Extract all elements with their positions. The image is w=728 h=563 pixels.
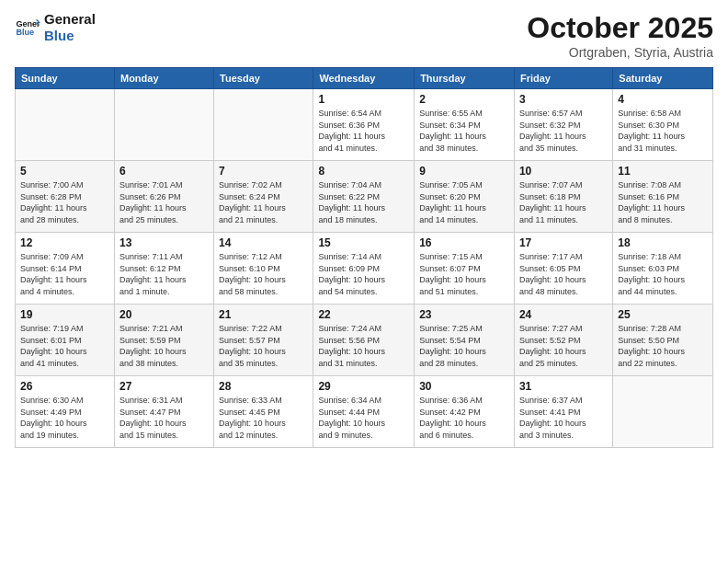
day-number: 27 <box>119 380 209 393</box>
weekday-header-tuesday: Tuesday <box>214 68 313 89</box>
calendar-cell: 14Sunrise: 7:12 AM Sunset: 6:10 PM Dayli… <box>214 233 313 304</box>
day-number: 14 <box>219 236 308 249</box>
calendar-cell: 26Sunrise: 6:30 AM Sunset: 4:49 PM Dayli… <box>16 376 115 448</box>
calendar-cell: 2Sunrise: 6:55 AM Sunset: 6:34 PM Daylig… <box>415 89 515 161</box>
day-info: Sunrise: 7:07 AM Sunset: 6:18 PM Dayligh… <box>519 179 608 225</box>
weekday-header-thursday: Thursday <box>415 68 515 89</box>
logo-blue: Blue <box>44 28 96 44</box>
calendar-cell: 10Sunrise: 7:07 AM Sunset: 6:18 PM Dayli… <box>514 161 612 233</box>
day-info: Sunrise: 6:54 AM Sunset: 6:36 PM Dayligh… <box>318 108 409 154</box>
day-number: 5 <box>20 165 109 178</box>
day-number: 10 <box>519 165 608 178</box>
week-row-5: 26Sunrise: 6:30 AM Sunset: 4:49 PM Dayli… <box>16 376 713 448</box>
calendar-cell: 11Sunrise: 7:08 AM Sunset: 6:16 PM Dayli… <box>613 161 713 233</box>
weekday-header-friday: Friday <box>514 68 612 89</box>
day-number: 31 <box>519 380 608 393</box>
calendar-cell: 22Sunrise: 7:24 AM Sunset: 5:56 PM Dayli… <box>313 304 415 376</box>
day-info: Sunrise: 7:24 AM Sunset: 5:56 PM Dayligh… <box>318 323 409 369</box>
day-number: 4 <box>618 93 708 106</box>
day-number: 25 <box>618 308 708 321</box>
day-number: 17 <box>519 236 608 249</box>
calendar-cell: 29Sunrise: 6:34 AM Sunset: 4:44 PM Dayli… <box>313 376 415 448</box>
day-number: 28 <box>219 380 308 393</box>
day-info: Sunrise: 6:36 AM Sunset: 4:42 PM Dayligh… <box>419 395 509 441</box>
day-info: Sunrise: 7:05 AM Sunset: 6:20 PM Dayligh… <box>419 179 509 225</box>
calendar-cell: 5Sunrise: 7:00 AM Sunset: 6:28 PM Daylig… <box>16 161 115 233</box>
day-number: 3 <box>519 93 608 106</box>
day-info: Sunrise: 6:37 AM Sunset: 4:41 PM Dayligh… <box>519 395 608 441</box>
day-number: 8 <box>318 165 409 178</box>
calendar-cell: 3Sunrise: 6:57 AM Sunset: 6:32 PM Daylig… <box>514 89 612 161</box>
calendar-container: General Blue General Blue October 2025 O… <box>0 0 728 563</box>
calendar-cell <box>114 89 213 161</box>
logo: General Blue General Blue <box>15 11 96 44</box>
week-row-4: 19Sunrise: 7:19 AM Sunset: 6:01 PM Dayli… <box>16 304 713 376</box>
calendar-cell: 1Sunrise: 6:54 AM Sunset: 6:36 PM Daylig… <box>313 89 415 161</box>
day-number: 2 <box>419 93 509 106</box>
day-number: 12 <box>20 236 109 249</box>
calendar-cell: 20Sunrise: 7:21 AM Sunset: 5:59 PM Dayli… <box>114 304 213 376</box>
day-number: 13 <box>119 236 209 249</box>
day-number: 24 <box>519 308 608 321</box>
calendar-cell: 13Sunrise: 7:11 AM Sunset: 6:12 PM Dayli… <box>114 233 213 304</box>
calendar-cell: 17Sunrise: 7:17 AM Sunset: 6:05 PM Dayli… <box>514 233 612 304</box>
calendar-cell: 7Sunrise: 7:02 AM Sunset: 6:24 PM Daylig… <box>214 161 313 233</box>
calendar-cell: 31Sunrise: 6:37 AM Sunset: 4:41 PM Dayli… <box>514 376 612 448</box>
day-info: Sunrise: 7:18 AM Sunset: 6:03 PM Dayligh… <box>618 251 708 297</box>
day-info: Sunrise: 7:01 AM Sunset: 6:26 PM Dayligh… <box>119 179 209 225</box>
day-info: Sunrise: 7:22 AM Sunset: 5:57 PM Dayligh… <box>219 323 308 369</box>
logo-icon: General Blue <box>15 15 40 40</box>
calendar-cell: 9Sunrise: 7:05 AM Sunset: 6:20 PM Daylig… <box>415 161 515 233</box>
calendar-cell: 12Sunrise: 7:09 AM Sunset: 6:14 PM Dayli… <box>16 233 115 304</box>
day-number: 7 <box>219 165 308 178</box>
day-info: Sunrise: 7:14 AM Sunset: 6:09 PM Dayligh… <box>318 251 409 297</box>
day-number: 20 <box>119 308 209 321</box>
calendar-cell: 21Sunrise: 7:22 AM Sunset: 5:57 PM Dayli… <box>214 304 313 376</box>
logo-general: General <box>44 11 96 28</box>
calendar-cell: 8Sunrise: 7:04 AM Sunset: 6:22 PM Daylig… <box>313 161 415 233</box>
calendar-cell: 4Sunrise: 6:58 AM Sunset: 6:30 PM Daylig… <box>613 89 713 161</box>
calendar-cell <box>214 89 313 161</box>
location-subtitle: Ortgraben, Styria, Austria <box>527 45 713 60</box>
title-block: October 2025 Ortgraben, Styria, Austria <box>527 11 713 60</box>
day-info: Sunrise: 7:27 AM Sunset: 5:52 PM Dayligh… <box>519 323 608 369</box>
week-row-3: 12Sunrise: 7:09 AM Sunset: 6:14 PM Dayli… <box>16 233 713 304</box>
weekday-header-sunday: Sunday <box>16 68 115 89</box>
weekday-header-wednesday: Wednesday <box>313 68 415 89</box>
day-number: 29 <box>318 380 409 393</box>
calendar-cell: 28Sunrise: 6:33 AM Sunset: 4:45 PM Dayli… <box>214 376 313 448</box>
day-info: Sunrise: 7:15 AM Sunset: 6:07 PM Dayligh… <box>419 251 509 297</box>
day-info: Sunrise: 6:55 AM Sunset: 6:34 PM Dayligh… <box>419 108 509 154</box>
day-number: 18 <box>618 236 708 249</box>
day-info: Sunrise: 7:11 AM Sunset: 6:12 PM Dayligh… <box>119 251 209 297</box>
calendar-cell: 25Sunrise: 7:28 AM Sunset: 5:50 PM Dayli… <box>613 304 713 376</box>
calendar-cell: 18Sunrise: 7:18 AM Sunset: 6:03 PM Dayli… <box>613 233 713 304</box>
day-info: Sunrise: 7:28 AM Sunset: 5:50 PM Dayligh… <box>618 323 708 369</box>
weekday-header-saturday: Saturday <box>613 68 713 89</box>
day-info: Sunrise: 6:30 AM Sunset: 4:49 PM Dayligh… <box>20 395 109 441</box>
calendar-table: SundayMondayTuesdayWednesdayThursdayFrid… <box>15 67 713 448</box>
day-info: Sunrise: 7:12 AM Sunset: 6:10 PM Dayligh… <box>219 251 308 297</box>
day-info: Sunrise: 6:33 AM Sunset: 4:45 PM Dayligh… <box>219 395 308 441</box>
calendar-cell: 23Sunrise: 7:25 AM Sunset: 5:54 PM Dayli… <box>415 304 515 376</box>
week-row-2: 5Sunrise: 7:00 AM Sunset: 6:28 PM Daylig… <box>16 161 713 233</box>
calendar-cell <box>613 376 713 448</box>
weekday-header-row: SundayMondayTuesdayWednesdayThursdayFrid… <box>16 68 713 89</box>
day-info: Sunrise: 7:09 AM Sunset: 6:14 PM Dayligh… <box>20 251 109 297</box>
day-number: 26 <box>20 380 109 393</box>
day-info: Sunrise: 7:08 AM Sunset: 6:16 PM Dayligh… <box>618 179 708 225</box>
svg-text:Blue: Blue <box>16 28 34 37</box>
day-number: 11 <box>618 165 708 178</box>
day-number: 23 <box>419 308 509 321</box>
day-info: Sunrise: 7:00 AM Sunset: 6:28 PM Dayligh… <box>20 179 109 225</box>
day-info: Sunrise: 6:57 AM Sunset: 6:32 PM Dayligh… <box>519 108 608 154</box>
day-number: 15 <box>318 236 409 249</box>
calendar-cell: 24Sunrise: 7:27 AM Sunset: 5:52 PM Dayli… <box>514 304 612 376</box>
day-info: Sunrise: 7:19 AM Sunset: 6:01 PM Dayligh… <box>20 323 109 369</box>
day-info: Sunrise: 6:58 AM Sunset: 6:30 PM Dayligh… <box>618 108 708 154</box>
day-info: Sunrise: 7:21 AM Sunset: 5:59 PM Dayligh… <box>119 323 209 369</box>
calendar-cell: 27Sunrise: 6:31 AM Sunset: 4:47 PM Dayli… <box>114 376 213 448</box>
day-info: Sunrise: 7:02 AM Sunset: 6:24 PM Dayligh… <box>219 179 308 225</box>
day-info: Sunrise: 7:04 AM Sunset: 6:22 PM Dayligh… <box>318 179 409 225</box>
day-info: Sunrise: 6:34 AM Sunset: 4:44 PM Dayligh… <box>318 395 409 441</box>
